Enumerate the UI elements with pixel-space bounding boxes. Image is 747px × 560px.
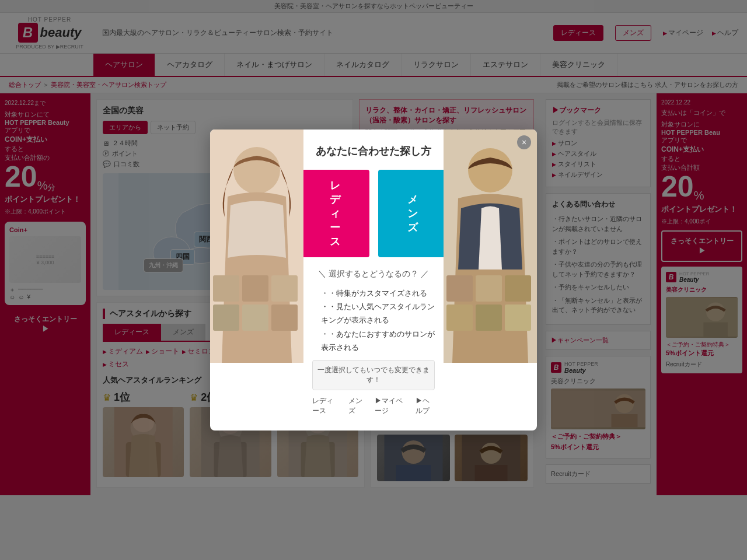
svg-point-35: [233, 147, 280, 194]
modal-buttons: レディース メンズ: [312, 170, 435, 257]
modal-footer-mens[interactable]: メンズ: [348, 396, 363, 416]
svg-rect-49: [505, 304, 531, 331]
svg-rect-40: [242, 304, 268, 331]
modal-select-label: ＼ 選択するとどうなるの？ ／: [312, 269, 435, 279]
modal-benefit-2: ・見たい人気ヘアスタイルランキングが表示される: [321, 300, 435, 327]
modal-right-person: [444, 130, 537, 431]
modal-footer: レディース メンズ ▶マイページ ▶ヘルプ: [312, 396, 435, 416]
svg-rect-44: [446, 275, 473, 302]
modal-title: あなたに合わせた探し方: [312, 144, 435, 158]
modal-benefit-1: ・特集がカスタマイズされる: [321, 286, 435, 300]
modal-left-person: [210, 130, 303, 431]
modal-close-btn[interactable]: ×: [517, 135, 531, 149]
svg-rect-37: [242, 275, 268, 302]
modal-footer-help[interactable]: ▶ヘルプ: [416, 396, 435, 416]
modal-content: あなたに合わせた探し方 レディース メンズ ＼ 選択するとどうなるの？ ／ ・特…: [312, 144, 435, 416]
svg-rect-36: [213, 275, 239, 302]
svg-rect-48: [476, 304, 502, 331]
modal-note: 一度選択してもいつでも変更できます！: [312, 360, 435, 390]
modal-benefit-3: ・あなたにおすすめのサロンが表示される: [321, 327, 435, 355]
svg-rect-45: [476, 275, 502, 302]
modal-benefits: ・特集がカスタマイズされる ・見たい人気ヘアスタイルランキングが表示される ・あ…: [312, 286, 435, 355]
modal-ladies-btn[interactable]: レディース: [301, 170, 369, 257]
svg-rect-39: [213, 304, 239, 331]
svg-rect-46: [505, 275, 531, 302]
modal-footer-ladies[interactable]: レディース: [312, 396, 337, 416]
modal-overlay[interactable]: あなたに合わせた探し方 レディース メンズ ＼ 選択するとどうなるの？ ／ ・特…: [0, 0, 747, 495]
svg-rect-41: [271, 304, 298, 331]
modal-footer-mypage[interactable]: ▶マイページ: [375, 396, 404, 416]
svg-rect-38: [271, 275, 298, 302]
svg-point-43: [468, 148, 512, 192]
modal-mens-btn[interactable]: メンズ: [378, 170, 447, 257]
modal: あなたに合わせた探し方 レディース メンズ ＼ 選択するとどうなるの？ ／ ・特…: [210, 130, 537, 431]
svg-rect-47: [446, 304, 473, 331]
